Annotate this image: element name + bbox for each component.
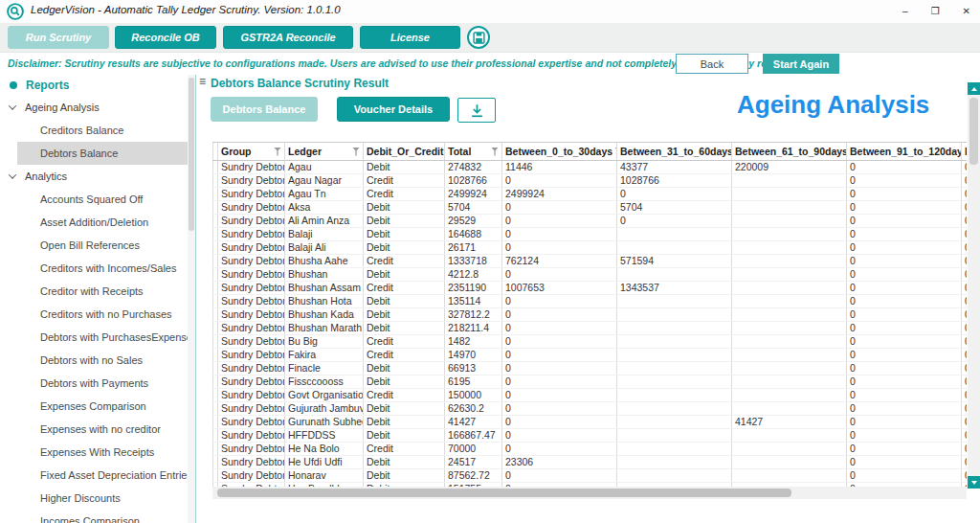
filter-icon[interactable] xyxy=(491,148,499,156)
table-cell xyxy=(732,268,847,282)
horizontal-scrollbar-thumb[interactable] xyxy=(217,489,791,497)
sidebar-item[interactable]: Creditors Balance xyxy=(0,119,188,142)
results-table: GroupLedgerDebit_Or_CreditTotalBetween_0… xyxy=(212,142,967,487)
table-row[interactable]: Sundry DebtorsBhushan MarathDebit218211.… xyxy=(213,322,968,335)
gstr2a-reconcile-button[interactable]: GSTR2A Reconcile xyxy=(223,26,353,49)
table-cell: Debit xyxy=(364,161,445,174)
sidebar-item[interactable]: Higher Discounts xyxy=(0,487,188,510)
table-row[interactable]: Sundry DebtorsFissccooossDebit6195000 xyxy=(213,375,968,389)
table-cell: 4212.8 xyxy=(445,268,502,282)
start-again-button[interactable]: Start Again xyxy=(763,54,839,74)
table-row[interactable]: Sundry DebtorsAksaDebit57040570400 xyxy=(213,201,968,215)
tab-debtors-balance[interactable]: Debtors Balance xyxy=(211,97,318,122)
table-row[interactable]: Sundry DebtorsHonaravDebit87562.72000 xyxy=(213,469,968,483)
table-cell: Debit xyxy=(364,469,445,483)
table-cell: 0 xyxy=(502,349,617,362)
column-header[interactable]: Ledger xyxy=(285,143,364,161)
sidebar-item[interactable]: Expenses with no creditor xyxy=(0,418,188,441)
table-row[interactable]: Sundry DebtorsHe Ufdi UdfiDebit245172330… xyxy=(213,456,968,469)
table-row[interactable]: Sundry DebtorsBu BigCredit1482000 xyxy=(213,335,968,349)
table-cell: Debit xyxy=(364,322,445,335)
table-row[interactable]: Sundry DebtorsAgauDebit27483211446433772… xyxy=(213,161,968,174)
sidebar-item[interactable]: Fixed Asset Depreciation Entries xyxy=(0,464,188,487)
expander-icon[interactable] xyxy=(9,171,16,178)
maximize-button[interactable]: ❐ xyxy=(931,0,940,23)
sidebar-item[interactable]: Creditors with Incomes/Sales xyxy=(0,257,188,280)
table-row[interactable]: Sundry DebtorsBhushanDebit4212.8000 xyxy=(213,268,968,282)
save-icon[interactable] xyxy=(467,26,490,49)
table-cell: 0 xyxy=(962,362,968,375)
column-header[interactable]: Between_31_to_60days xyxy=(617,143,732,161)
table-row[interactable]: Sundry DebtorsBhushan HotaDebit135114000 xyxy=(213,295,968,308)
column-header[interactable]: Group xyxy=(218,143,285,161)
download-button[interactable] xyxy=(457,98,496,123)
scroll-up-button[interactable] xyxy=(968,82,980,95)
minimize-button[interactable]: – xyxy=(902,0,908,23)
sidebar-scrollbar-thumb[interactable] xyxy=(189,78,194,231)
sidebar-group-1[interactable]: Analytics xyxy=(0,165,188,188)
table-cell: Fakira xyxy=(285,349,364,362)
table-row[interactable]: Sundry DebtorsBalaji AliDebit26171000 xyxy=(213,241,968,255)
table-row[interactable]: Sundry DebtorsAgau TnCredit2499924249992… xyxy=(213,188,968,201)
sidebar-item[interactable]: Open Bill References xyxy=(0,234,188,257)
column-header[interactable]: Debit_Or_Credit xyxy=(364,143,445,161)
sidebar-item[interactable]: Expenses With Receipts xyxy=(0,441,188,464)
horizontal-scrollbar[interactable] xyxy=(212,487,967,499)
vertical-scrollbar[interactable] xyxy=(968,82,980,489)
sidebar-item[interactable]: Creditors with no Purchases xyxy=(0,303,188,326)
sidebar-item[interactable]: Accounts Squared Off xyxy=(0,188,188,211)
sidebar-splitter[interactable] xyxy=(195,75,196,523)
reconcile-ob-button[interactable]: Reconcile OB xyxy=(115,26,216,49)
sidebar-scrollbar[interactable] xyxy=(188,75,195,523)
table-row[interactable]: Sundry DebtorsFakiraCredit14970000 xyxy=(213,349,968,362)
table-cell: 135114 xyxy=(445,295,502,308)
run-scrutiny-button[interactable]: Run Scrutiny xyxy=(8,26,109,49)
close-button[interactable]: ✕ xyxy=(963,0,970,23)
table-row[interactable]: Sundry DebtorsFinacleDebit66913000 xyxy=(213,362,968,375)
expander-icon[interactable] xyxy=(9,102,16,109)
scroll-down-button[interactable] xyxy=(968,476,980,489)
table-cell: 0 xyxy=(502,268,617,282)
table-row[interactable]: Sundry DebtorsHFFDDSSDebit166867.47000 xyxy=(213,429,968,443)
table-row[interactable]: Sundry DebtorsGujurath JambuvanDebit6263… xyxy=(213,402,968,416)
collapse-sidebar-icon[interactable]: ≡ xyxy=(199,76,206,87)
column-header-label: Group xyxy=(221,146,252,157)
sidebar-group-0[interactable]: Ageing Analysis xyxy=(0,96,188,119)
table-cell: 0 xyxy=(847,429,962,443)
column-header[interactable]: B xyxy=(962,143,968,161)
column-header[interactable]: Total xyxy=(445,143,502,161)
table-row[interactable]: Sundry DebtorsAli Amin AnzaDebit29529000… xyxy=(213,215,968,228)
table-row[interactable]: Sundry DebtorsGurunath SubhedarDebit4142… xyxy=(213,416,968,429)
column-header[interactable]: Between_61_to_90days xyxy=(732,143,847,161)
table-cell xyxy=(732,215,847,228)
back-button[interactable]: Back xyxy=(676,54,748,74)
table-row[interactable]: Sundry DebtorsHe Na BoloCredit70000000 xyxy=(213,443,968,456)
column-header[interactable]: Between_91_to_120days xyxy=(847,143,962,161)
table-cell: 0 xyxy=(962,295,968,308)
column-header[interactable]: Between_0_to_30days xyxy=(502,143,617,161)
app-icon xyxy=(7,3,24,20)
table-row[interactable]: Sundry DebtorsBhusha AaheCredit133371876… xyxy=(213,255,968,268)
sidebar-item[interactable]: Expenses Comparison xyxy=(0,395,188,418)
table-cell xyxy=(732,429,847,443)
sidebar-item[interactable]: Debtors with Payments xyxy=(0,372,188,395)
sidebar-item[interactable]: Debtors Balance xyxy=(17,142,188,165)
table-row[interactable]: Sundry DebtorsBalajiDebit164688000 xyxy=(213,228,968,241)
table-row[interactable]: Sundry DebtorsGovt OrganisationCredit150… xyxy=(213,389,968,402)
sidebar-item[interactable]: Debtors with PurchasesExpenses xyxy=(0,326,188,349)
tab-voucher-details[interactable]: Voucher Details xyxy=(337,97,450,122)
filter-icon[interactable] xyxy=(352,148,360,156)
filter-icon[interactable] xyxy=(274,148,281,156)
table-cell: Sundry Debtors xyxy=(218,456,285,469)
sidebar-item[interactable]: Debtors with no Sales xyxy=(0,349,188,372)
sidebar-item[interactable]: Asset Addition/Deletion xyxy=(0,211,188,234)
table-row[interactable]: Sundry DebtorsBhushan AssamCredit2351190… xyxy=(213,282,968,295)
table-cell: 0 xyxy=(847,322,962,335)
table-row[interactable]: Sundry DebtorsAgau NagarCredit1028766010… xyxy=(213,174,968,188)
sidebar-item[interactable]: Creditor with Receipts xyxy=(0,280,188,303)
table-row[interactable]: Sundry DebtorsBhushan KadaDebit327812.20… xyxy=(213,308,968,322)
vertical-scrollbar-thumb[interactable] xyxy=(969,98,978,165)
table-cell xyxy=(617,362,732,375)
license-button[interactable]: License xyxy=(360,26,460,49)
sidebar-item[interactable]: Incomes Comparison xyxy=(0,510,188,523)
